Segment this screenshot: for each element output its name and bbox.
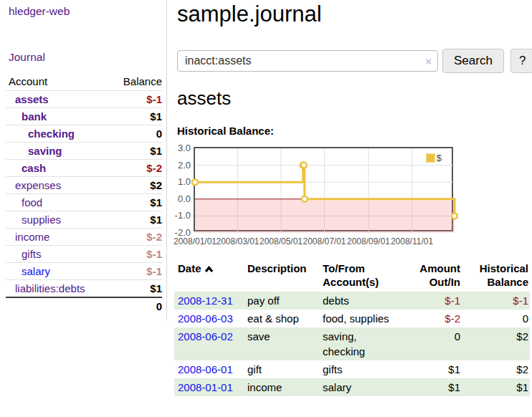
search-field-wrapper: × bbox=[177, 50, 438, 72]
x-tick-label: 2008/01/01 bbox=[174, 236, 217, 246]
transaction-date-link[interactable]: 2008-06-02 bbox=[178, 330, 233, 342]
account-link[interactable]: saving bbox=[28, 145, 62, 157]
balance-chart: $ bbox=[194, 147, 453, 231]
transaction-accounts: salary bbox=[319, 378, 403, 396]
accounts-total-row: 0 bbox=[6, 297, 162, 315]
legend-label: $ bbox=[437, 153, 442, 163]
transaction-date-link[interactable]: 2008-12-31 bbox=[178, 294, 233, 307]
sort-ascending-icon bbox=[204, 266, 214, 273]
account-balance: $1 bbox=[112, 108, 162, 125]
transaction-date-link[interactable]: 2008-01-01 bbox=[178, 381, 233, 393]
transaction-row: 2008-12-31pay offdebts$-1$-1 bbox=[174, 292, 530, 310]
account-link[interactable]: assets bbox=[15, 93, 49, 105]
account-link[interactable]: income bbox=[15, 231, 49, 243]
chart-title: Historical Balance: bbox=[177, 125, 274, 137]
transaction-accounts: debts bbox=[319, 292, 403, 310]
register-header-date-label: Date bbox=[178, 262, 201, 274]
transaction-row: 2008-06-03eat & shopfood, supplies$-20 bbox=[174, 310, 530, 327]
transaction-balance: $-1 bbox=[462, 292, 530, 310]
account-balance: $-1 bbox=[112, 91, 162, 108]
account-balance: $1 bbox=[112, 280, 162, 298]
account-name-cell: food bbox=[6, 194, 112, 211]
account-name-cell: saving bbox=[6, 143, 112, 160]
search-bar: × Search ? bbox=[177, 49, 532, 73]
transaction-balance: $1 bbox=[462, 378, 530, 396]
account-balance: $1 bbox=[112, 143, 162, 160]
transaction-accounts: gifts bbox=[319, 360, 403, 378]
account-name-cell: supplies bbox=[6, 211, 112, 229]
search-input[interactable] bbox=[177, 50, 438, 72]
transaction-amount: $-1 bbox=[403, 292, 462, 310]
account-link[interactable]: supplies bbox=[22, 214, 61, 226]
page-title: sample.journal bbox=[177, 1, 322, 27]
y-tick-label: -1.0 bbox=[161, 210, 191, 221]
transaction-amount: $-2 bbox=[403, 310, 462, 327]
x-tick-label: 2008/07/01 bbox=[303, 236, 346, 246]
account-name-cell: expenses bbox=[6, 177, 112, 194]
account-row: cash$-2 bbox=[6, 160, 162, 177]
account-link[interactable]: cash bbox=[22, 162, 46, 174]
register-header-date: Date bbox=[174, 260, 244, 292]
account-link[interactable]: gifts bbox=[22, 248, 42, 260]
y-tick-label: 3.0 bbox=[161, 143, 191, 153]
account-row: food$1 bbox=[6, 194, 162, 211]
account-balance: $1 bbox=[112, 194, 162, 211]
transaction-amount: 0 bbox=[403, 327, 462, 360]
legend-swatch-icon bbox=[426, 153, 435, 163]
register-header-row: Date Description To/From Account(s) Amou… bbox=[174, 260, 530, 292]
account-link[interactable]: food bbox=[22, 196, 42, 208]
account-link[interactable]: checking bbox=[28, 128, 75, 140]
account-name-cell: gifts bbox=[6, 246, 112, 263]
account-link[interactable]: bank bbox=[22, 110, 47, 123]
accounts-header-account: Account bbox=[6, 73, 112, 91]
transaction-date-cell: 2008-06-03 bbox=[174, 310, 244, 327]
transaction-description: income bbox=[244, 378, 319, 396]
accounts-table-body: assets$-1bank$1checking0saving$1cash$-2e… bbox=[6, 91, 162, 298]
register-header-balance: Historical Balance bbox=[462, 260, 530, 292]
accounts-total-value: 0 bbox=[112, 297, 162, 315]
transaction-date-link[interactable]: 2008-06-03 bbox=[178, 312, 233, 325]
chart-canvas bbox=[195, 148, 455, 233]
account-link[interactable]: expenses bbox=[15, 179, 61, 191]
transaction-date-link[interactable]: 2008-06-01 bbox=[178, 363, 233, 375]
account-name-cell: liabilities:debts bbox=[6, 280, 112, 298]
account-link[interactable]: liabilities:debts bbox=[15, 282, 85, 294]
accounts-header-row: Account Balance bbox=[6, 73, 162, 91]
account-row: supplies$1 bbox=[6, 211, 162, 229]
account-name-cell: salary bbox=[6, 263, 112, 280]
transaction-row: 2008-01-01incomesalary$1$1 bbox=[174, 378, 530, 396]
account-balance: 0 bbox=[112, 125, 162, 143]
register-table: Date Description To/From Account(s) Amou… bbox=[174, 260, 530, 396]
account-balance: $-1 bbox=[112, 263, 162, 280]
x-tick-label: 2008/03/01 bbox=[216, 236, 259, 246]
transaction-accounts: food, supplies bbox=[319, 310, 403, 327]
sidebar: hledger-web Journal Account Balance asse… bbox=[0, 0, 167, 320]
transaction-amount: $1 bbox=[403, 360, 462, 378]
account-name-cell: income bbox=[6, 229, 112, 246]
transaction-description: save bbox=[244, 327, 319, 360]
transaction-balance: $2 bbox=[462, 327, 530, 360]
account-row: bank$1 bbox=[6, 108, 162, 125]
search-button[interactable]: Search bbox=[442, 49, 504, 73]
transaction-row: 2008-06-02savesaving, checking0$2 bbox=[174, 327, 530, 360]
account-name-cell: bank bbox=[6, 108, 112, 125]
register-body: 2008-12-31pay offdebts$-1$-12008-06-03ea… bbox=[174, 292, 530, 396]
account-row: income$-2 bbox=[6, 229, 162, 246]
account-link[interactable]: salary bbox=[22, 265, 50, 277]
account-name-cell: assets bbox=[6, 91, 112, 108]
account-row: checking0 bbox=[6, 125, 162, 143]
transaction-date-cell: 2008-06-01 bbox=[174, 360, 244, 378]
help-button[interactable]: ? bbox=[510, 49, 532, 73]
account-row: expenses$2 bbox=[6, 177, 162, 194]
account-row: gifts$-1 bbox=[6, 246, 162, 263]
sidebar-item-journal[interactable]: Journal bbox=[9, 51, 45, 64]
account-row: liabilities:debts$1 bbox=[6, 280, 162, 298]
brand-link[interactable]: hledger-web bbox=[9, 5, 70, 18]
transaction-row: 2008-06-01giftgifts$1$2 bbox=[174, 360, 530, 378]
account-balance: $-2 bbox=[112, 160, 162, 177]
clear-search-icon[interactable]: × bbox=[425, 55, 432, 67]
account-row: salary$-1 bbox=[6, 263, 162, 280]
chart-x-axis: 2008/01/012008/03/012008/05/012008/07/01… bbox=[195, 236, 455, 248]
transaction-date-cell: 2008-12-31 bbox=[174, 292, 244, 310]
x-tick-label: 2008/11/01 bbox=[391, 236, 433, 246]
